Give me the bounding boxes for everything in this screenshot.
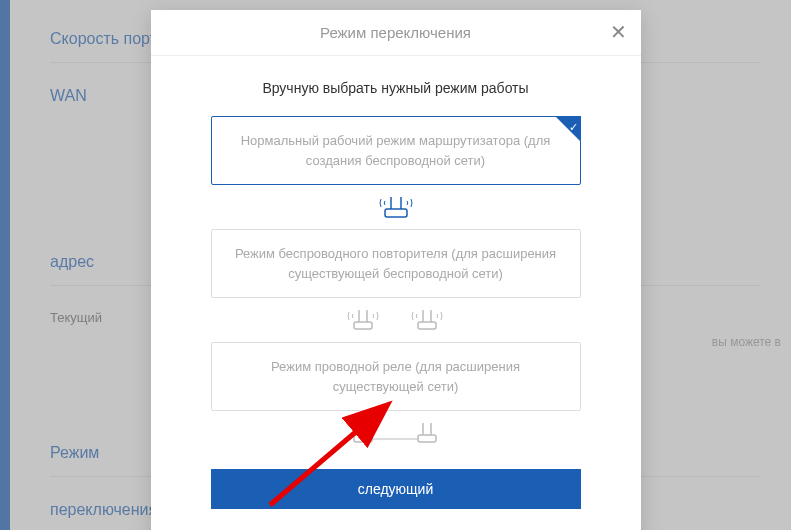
check-icon: ✓ xyxy=(569,119,578,136)
router-single-icon xyxy=(211,191,581,221)
svg-rect-2 xyxy=(385,209,407,217)
modal-title: Режим переключения xyxy=(320,24,471,41)
svg-rect-11 xyxy=(354,435,372,442)
svg-rect-15 xyxy=(418,435,436,442)
option-wired-relay[interactable]: Режим проводной реле (для расширения сущ… xyxy=(211,342,581,411)
router-pair-wired-icon xyxy=(211,417,581,447)
option-wireless-repeater[interactable]: Режим беспроводного повторителя (для рас… xyxy=(211,229,581,298)
router-pair-wireless-icon xyxy=(211,304,581,334)
option-router-mode[interactable]: ✓ Нормальный рабочий режим маршрутизатор… xyxy=(211,116,581,185)
svg-rect-8 xyxy=(418,322,436,329)
next-button[interactable]: следующий xyxy=(211,469,581,509)
modal-subtitle: Вручную выбрать нужный режим работы xyxy=(211,80,581,96)
mode-switch-modal: Режим переключения ✕ Вручную выбрать нуж… xyxy=(151,10,641,530)
modal-overlay: Режим переключения ✕ Вручную выбрать нуж… xyxy=(0,0,791,530)
svg-rect-5 xyxy=(354,322,372,329)
close-icon[interactable]: ✕ xyxy=(610,24,627,40)
